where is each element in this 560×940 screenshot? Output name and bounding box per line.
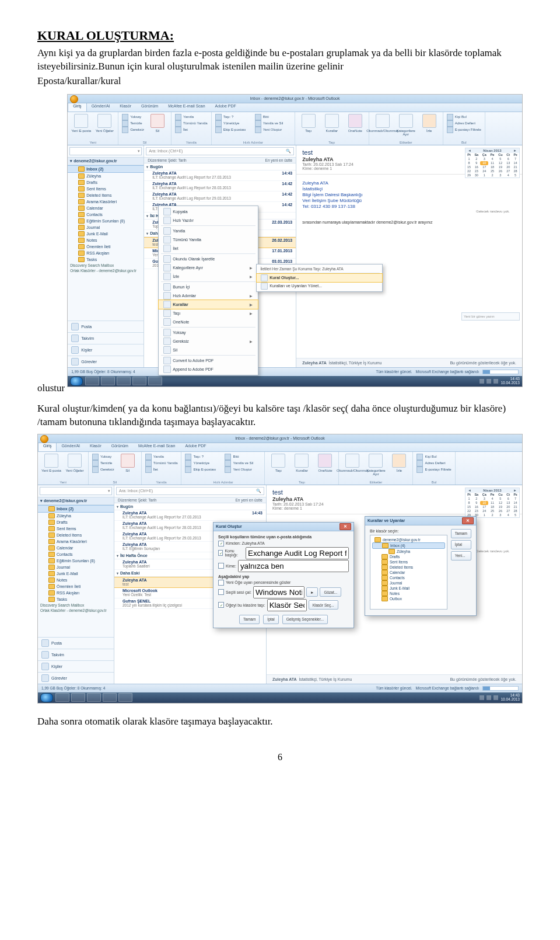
office-orb-icon[interactable] — [40, 435, 48, 443]
rule-move-checkbox[interactable]: ✓Öğeyi bu klasöre taşı: Klasör Seç... — [218, 599, 349, 611]
ribbon-tab-mcafee[interactable]: McAfee E-mail Scan — [163, 103, 210, 112]
quickstep-replydelete[interactable]: Yanıtla ve Sil — [255, 120, 291, 127]
context-menu-item[interactable]: OneNote — [159, 318, 258, 326]
folder-tree-item[interactable]: Outbox — [372, 596, 445, 601]
quickstep-team[interactable]: Ekip E-postası — [215, 127, 251, 133]
ribbon-ignore-button[interactable]: Yoksay — [122, 114, 144, 120]
ribbon-replyall-button[interactable]: Tümünü Yanıtla — [175, 120, 208, 127]
folder-tree-item[interactable]: Calendar — [372, 570, 445, 575]
ribbon-new-email-button[interactable]: Yeni E-posta — [41, 454, 61, 472]
context-menu-item[interactable]: Tümünü Yanıtla — [159, 235, 258, 244]
folder-tree-item[interactable]: Notes — [372, 591, 445, 596]
ribbon-tab-sendreceive[interactable]: Gönder/Al — [57, 443, 85, 451]
ribbon-unread-button[interactable]: Okunmadı/Okunmuş — [373, 114, 393, 136]
nav-folder[interactable]: Drafts — [38, 519, 114, 525]
calendar-prev-icon[interactable]: ◄ — [468, 149, 471, 152]
context-menu-item[interactable]: Hızlı Adımlar▶ — [159, 291, 258, 300]
nav-folder[interactable]: Deleted Items — [68, 192, 144, 199]
tray-icon[interactable] — [487, 379, 491, 384]
nav-bottom-contacts[interactable]: Kişiler — [38, 660, 114, 672]
calendar-next-icon[interactable]: ► — [513, 149, 517, 152]
folder-tree-item[interactable]: Junk E-Mail — [372, 586, 445, 591]
mini-calendar[interactable]: ◄Nisan 2013► PtSaÇaPeCuCtPz1234567891011… — [465, 148, 520, 178]
nav-folder[interactable]: Junk E-Mail — [68, 231, 144, 237]
ribbon-ignore-button[interactable]: Yoksay — [92, 454, 114, 460]
nav-folder[interactable]: Junk E-Mail — [38, 570, 114, 577]
message-item[interactable]: Zuleyha ATA14:43ILT: Exchange Audit Log … — [114, 510, 266, 521]
rule-ok-button[interactable]: Tamam — [239, 615, 260, 624]
rule-sound-play-button[interactable]: ► — [306, 587, 318, 597]
ribbon-filteremail-button[interactable]: E-postayı Filtrele — [447, 127, 481, 133]
nav-bottom-tasks[interactable]: Görevler — [68, 356, 144, 367]
context-menu-item[interactable]: Yanıtla — [159, 227, 258, 235]
nav-account[interactable]: ▾ deneme2@iskur.gov.tr — [68, 157, 144, 165]
folder-tree-item[interactable]: Contacts — [372, 575, 445, 580]
ribbon-tab-adobepdf[interactable]: Adobe PDF — [180, 443, 211, 451]
nav-shared[interactable]: Ortak Klasörler - deneme2@iskur.gov.tr — [68, 268, 144, 273]
new-task-input[interactable]: Yeni bir görev yazın — [461, 312, 520, 321]
nav-folder[interactable]: Contacts — [38, 551, 114, 558]
ribbon-addressbook-button[interactable]: Adres Defteri — [447, 120, 481, 127]
start-button[interactable] — [40, 693, 53, 702]
nav-bottom-calendar[interactable]: Takvim — [68, 332, 144, 344]
nav-folder[interactable]: Önemlen İleti — [68, 243, 144, 250]
message-item[interactable]: Zuleyha ATA14:43ILT: Exchange Audit Log … — [144, 170, 296, 181]
rule-alert-checkbox[interactable]: Yeni Öğe uyarı penceresinde göster — [218, 580, 349, 586]
ribbon-tab-folder[interactable]: Klasör — [85, 443, 107, 451]
ribbon-followup-button[interactable]: İzle — [419, 114, 439, 136]
context-menu-item[interactable]: Sil — [159, 346, 258, 354]
nav-folder[interactable]: Notes — [68, 237, 144, 243]
ribbon-new-items-button[interactable]: Yeni Öğeler — [94, 114, 114, 133]
context-menu-item[interactable]: İlet — [159, 244, 258, 253]
ribbon-tab-home[interactable]: Giriş — [68, 103, 86, 112]
ribbon-tab-adobepdf[interactable]: Adobe PDF — [211, 103, 242, 112]
mini-calendar[interactable]: ◄Nisan 2013► PtSaÇaPeCuCtPz1234567891011… — [465, 488, 520, 518]
folder-tree-item[interactable]: Inbox (4) — [372, 542, 445, 549]
ribbon-tab-view[interactable]: Görünüm — [107, 443, 134, 451]
rule-advanced-button[interactable]: Gelişmiş Seçenekler... — [282, 615, 328, 624]
context-menu-item[interactable]: Kurallar▶ — [159, 300, 258, 309]
ribbon-delete-button[interactable]: Sil — [148, 114, 167, 133]
folder-tree-item[interactable]: Drafts — [372, 554, 445, 559]
tray-icon[interactable] — [480, 379, 484, 384]
ribbon-move-button[interactable]: Taşı — [299, 114, 318, 133]
taskbar-item[interactable] — [117, 377, 131, 385]
context-menu-item[interactable]: Okundu Olarak İşaretle — [159, 255, 258, 263]
rule-from-checkbox[interactable]: ✓Kimden: Zuleyha ATA — [218, 541, 349, 546]
quickstep-manager[interactable]: Yöneticiye — [215, 120, 251, 127]
context-menu-item[interactable]: Convert to Adobe PDF — [159, 356, 258, 365]
folder-tree-item[interactable]: Züleyha — [372, 549, 445, 554]
dialog-titlebar[interactable]: Kural Oluştur ✕ — [214, 523, 354, 531]
context-menu-item[interactable]: Append to Adobe PDF — [159, 365, 258, 374]
nav-account[interactable]: ▾ deneme2@iskur.gov.tr — [38, 497, 114, 505]
nav-search[interactable]: ▾ — [69, 147, 142, 155]
context-menu-item[interactable]: Kategorilere Ayır▶ — [159, 263, 258, 272]
context-menu-item[interactable]: İzle▶ — [159, 272, 258, 281]
nav-folder[interactable]: Eğitimin Sorunları (8) — [68, 218, 144, 224]
ribbon-delete-button[interactable]: Sil — [118, 454, 138, 473]
rule-sound-input[interactable] — [253, 586, 304, 598]
ribbon-forward-button[interactable]: İlet — [175, 127, 208, 133]
rule-to-input[interactable] — [238, 560, 349, 572]
nav-folder[interactable]: RSS Akışları — [38, 590, 114, 596]
ribbon-tab-folder[interactable]: Klasör — [115, 103, 136, 112]
dialog-close-button[interactable]: ✕ — [462, 517, 474, 524]
ribbon-categorize-button[interactable]: Kategorilere Ayır — [396, 114, 416, 136]
ribbon-tab-view[interactable]: Görünüm — [136, 103, 163, 112]
ribbon-findcontact-input[interactable]: Kişi Bul — [447, 114, 481, 120]
folder-tree-item[interactable]: Journal — [372, 580, 445, 586]
nav-folder[interactable]: Sent Items — [68, 186, 144, 192]
rule-to-checkbox[interactable]: Kime: — [218, 560, 349, 572]
ribbon-new-items-button[interactable]: Yeni Öğeler — [65, 454, 85, 472]
message-item[interactable]: Zuleyha ATA14:42ILT: Exchange Audit Log … — [144, 192, 296, 202]
nav-bottom-tasks[interactable]: Görevler — [38, 672, 114, 684]
nav-folder[interactable]: Inbox (2) — [68, 165, 144, 173]
nav-folder[interactable]: Tasks — [38, 596, 114, 603]
submenu-manage-rules[interactable]: Kuralları ve Uyarıları Yönet... — [257, 282, 382, 290]
message-search-input[interactable]: Ara: Inbox (Ctrl+E)🔍 — [116, 487, 264, 495]
ribbon-reply-button[interactable]: Yanıtla — [175, 114, 208, 120]
message-search-input[interactable]: Ara: Inbox (Ctrl+E)🔍 — [146, 147, 294, 155]
taskbar-item[interactable] — [132, 377, 146, 385]
context-menu-item[interactable]: Bunun İçi — [159, 283, 258, 291]
folder-tree[interactable]: deneme2@iskur.gov.trInbox (4)ZüleyhaDraf… — [370, 535, 447, 610]
